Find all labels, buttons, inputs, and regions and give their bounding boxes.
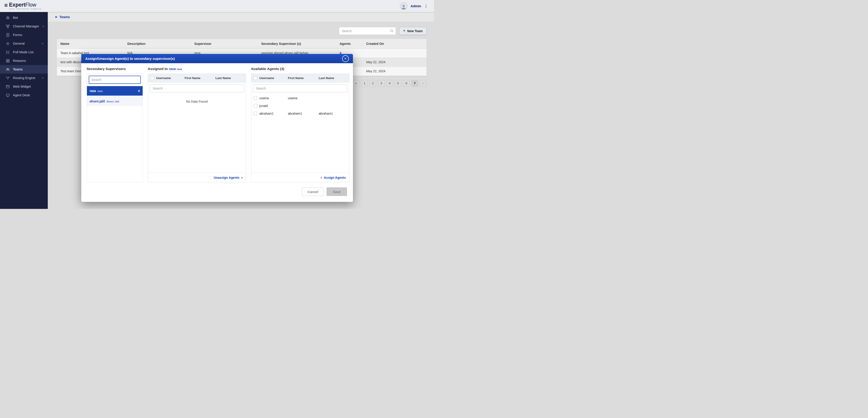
assigned-agents-column: Assigned to raza raza Username First Nam…	[148, 67, 246, 182]
select-all-checkbox-cell	[251, 76, 259, 80]
app-root: ExpertFlow your callcenter experts Admin…	[0, 0, 434, 209]
secondary-supervisors-panel: raza raza 0 ahsen.jalil Ahsen Jalil	[87, 73, 143, 182]
supervisor-count-badge: 0	[138, 89, 140, 93]
available-list: usama usama junaid	[251, 94, 349, 173]
modal-footer: Cancel Save	[81, 182, 353, 202]
modal-overlay: Assign/Unassign Agent(s) to secondary su…	[0, 0, 434, 209]
assigned-search	[148, 83, 246, 94]
agent-username: junaid	[259, 104, 288, 108]
assign-agents-button[interactable]: ‹ Assign Agents	[320, 176, 346, 179]
agent-checkbox-cell	[251, 104, 259, 108]
cancel-button[interactable]: Cancel	[302, 187, 324, 196]
col-username: Username	[156, 76, 185, 80]
col-first-name: First Name	[185, 76, 216, 80]
modal-body: Secondary Supervisors raza raza 0 ahsen.…	[81, 63, 353, 182]
agent-checkbox[interactable]	[254, 104, 257, 108]
supervisor-username: raza	[90, 89, 96, 93]
available-agents-panel: Username First Name Last Name usama usam…	[251, 73, 349, 182]
agent-username: abraham1	[259, 112, 288, 115]
modal-title: Assign/Unassign Agent(s) to secondary su…	[85, 57, 175, 61]
unassign-agents-label: Unassign Agents	[214, 176, 240, 179]
supervisor-list-item[interactable]: raza raza 0	[87, 86, 143, 96]
close-icon[interactable]: ×	[342, 55, 349, 62]
supervisor-username: ahsen.jalil	[90, 99, 105, 103]
assign-agents-label: Assign Agents	[324, 176, 346, 179]
col-last-name: Last Name	[216, 76, 246, 80]
select-all-checkbox[interactable]	[150, 76, 154, 80]
agent-last-name: abraham1	[319, 112, 349, 115]
no-data-found-text: No Data Found	[148, 100, 246, 103]
select-all-checkbox[interactable]	[254, 76, 257, 80]
assigned-search-input[interactable]	[150, 84, 244, 92]
chevron-right-icon: ›	[241, 175, 243, 179]
col-username: Username	[259, 76, 288, 80]
secondary-supervisors-heading: Secondary Supervisors	[87, 67, 143, 71]
agent-row[interactable]: usama usama	[251, 94, 349, 102]
agent-checkbox-cell	[251, 96, 259, 100]
supervisor-fullname: Ahsen Jalil	[106, 100, 119, 103]
available-search	[251, 83, 349, 94]
col-first-name: First Name	[288, 76, 319, 80]
assigned-heading: Assigned to raza raza	[148, 67, 246, 71]
assigned-list: No Data Found	[148, 94, 246, 173]
unassign-agents-button[interactable]: Unassign Agents ›	[214, 176, 243, 179]
agent-username: usama	[259, 96, 288, 100]
available-search-input[interactable]	[253, 84, 347, 92]
supervisor-fullname: raza	[98, 90, 102, 92]
assign-agents-modal: Assign/Unassign Agent(s) to secondary su…	[81, 54, 353, 202]
agent-first-name: usama	[288, 96, 319, 100]
assigned-panel-footer: Unassign Agents ›	[148, 173, 246, 182]
agent-checkbox[interactable]	[254, 96, 257, 100]
assigned-agents-panel: Username First Name Last Name No Data Fo…	[148, 73, 246, 182]
agent-checkbox[interactable]	[254, 112, 257, 115]
available-agents-column: Available Agents (3) Username First Name…	[251, 67, 349, 182]
agent-checkbox-cell	[251, 112, 259, 115]
supervisor-search-input[interactable]	[89, 76, 141, 84]
available-panel-footer: ‹ Assign Agents	[251, 173, 349, 182]
select-all-checkbox-cell	[148, 76, 156, 80]
available-table-header: Username First Name Last Name	[251, 74, 349, 83]
agent-row[interactable]: abraham1 abraham1 abraham1	[251, 110, 349, 117]
agent-row[interactable]: junaid	[251, 102, 349, 110]
modal-header: Assign/Unassign Agent(s) to secondary su…	[81, 54, 353, 63]
chevron-left-icon: ‹	[320, 175, 322, 179]
assigned-table-header: Username First Name Last Name	[148, 74, 246, 83]
assigned-heading-username: raza	[169, 67, 176, 71]
supervisor-list-item[interactable]: ahsen.jalil Ahsen Jalil	[87, 96, 143, 106]
secondary-supervisors-column: Secondary Supervisors raza raza 0 ahsen.…	[87, 67, 143, 182]
col-last-name: Last Name	[319, 76, 349, 80]
agent-first-name: abraham1	[288, 112, 319, 115]
save-button[interactable]: Save	[327, 187, 347, 196]
assigned-heading-fullname: raza	[177, 68, 182, 70]
available-heading: Available Agents (3)	[251, 67, 349, 71]
assigned-heading-prefix: Assigned to	[148, 67, 168, 71]
supervisor-search	[89, 76, 141, 84]
